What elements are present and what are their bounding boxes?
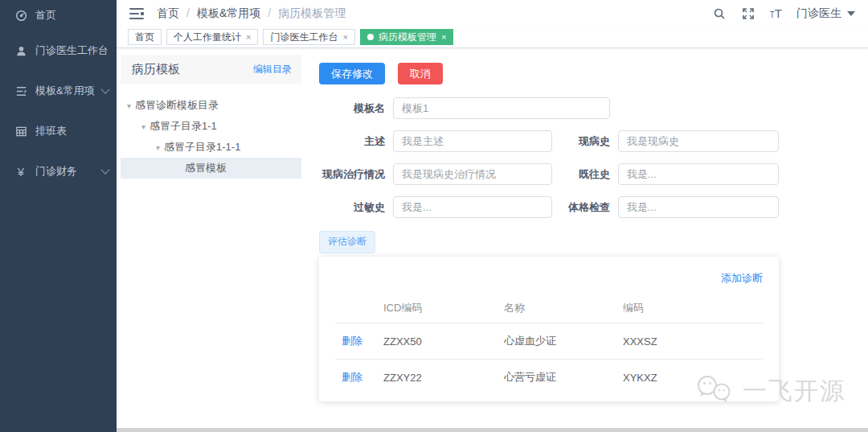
chevron-down-icon (100, 84, 109, 93)
sidebar-item-templates[interactable]: 模板&常用项 (0, 71, 117, 111)
action-buttons: 保存修改 取消 (319, 63, 868, 84)
form-row: 主述 现病史 (319, 130, 779, 152)
form-row: 过敏史 体格检查 (319, 196, 779, 218)
allergy-history-input[interactable] (393, 196, 552, 218)
horizontal-scrollbar[interactable] (117, 428, 868, 432)
tab-home[interactable]: 首页 (128, 29, 162, 45)
col-name: 名称 (497, 294, 616, 323)
sidebar-item-home[interactable]: 首页 (0, 0, 117, 31)
tree-node-sub1[interactable]: 感冒子目录1-1 (121, 116, 301, 137)
finance-icon: ¥ (14, 165, 27, 178)
tab-doctor-workbench[interactable]: 门诊医生工作台× (263, 29, 354, 45)
present-illness-input[interactable] (618, 130, 779, 152)
diagnosis-card: 添加诊断 ICD编码 名称 编码 删除 (319, 257, 779, 401)
sidebar-collapse-icon[interactable] (129, 8, 144, 19)
template-icon (14, 84, 27, 97)
tab-personal-workload[interactable]: 个人工作量统计× (166, 29, 258, 45)
search-icon[interactable] (712, 6, 727, 21)
close-icon[interactable]: × (441, 33, 446, 42)
table-header-row: ICD编码 名称 编码 (335, 294, 763, 323)
main-area: 首页 模板&常用项 病历模板管理 TT 门诊医生 首页 个人 (117, 0, 868, 432)
doctor-workbench-icon (14, 44, 27, 57)
caret-down-icon (127, 101, 131, 110)
sidebar-item-label: 排班表 (35, 124, 67, 138)
sidebar-item-doctor-workbench[interactable]: 门诊医生工作台 (0, 31, 117, 71)
breadcrumb-templates[interactable]: 模板&常用项 (179, 6, 260, 21)
template-tree: 感冒诊断模板目录 感冒子目录1-1 感冒子目录1-1-1 感冒模板 (121, 95, 301, 179)
add-diagnosis-link[interactable]: 添加诊断 (721, 272, 763, 284)
template-form: 模板名 主述 现病史 现病治疗情况 既往史 (319, 97, 779, 218)
breadcrumb-home[interactable]: 首页 (157, 6, 179, 21)
treatment-status-input[interactable] (393, 163, 552, 185)
sidebar: 首页 门诊医生工作台 模板&常用项 排班表 ¥ 门诊财务 (0, 0, 117, 432)
code-cell: XXXSZ (616, 323, 763, 360)
active-dot-icon (367, 34, 374, 40)
past-history-label: 既往史 (560, 167, 610, 182)
diagnosis-table: ICD编码 名称 编码 删除 ZZXX50 心虚血少证 XXXSZ (335, 294, 763, 395)
tree-node-template-selected[interactable]: 感冒模板 (121, 158, 301, 179)
sidebar-item-label: 首页 (35, 8, 56, 23)
caret-down-icon (156, 143, 160, 152)
top-bar: 首页 模板&常用项 病历模板管理 TT 门诊医生 (117, 0, 868, 27)
user-name: 门诊医生 (796, 6, 841, 21)
template-editor: 保存修改 取消 模板名 主述 现病史 现病治疗情况 (301, 48, 868, 432)
sidebar-item-finance[interactable]: ¥ 门诊财务 (0, 151, 117, 191)
schedule-icon (14, 125, 27, 138)
table-row: 删除 ZZXX50 心虚血少证 XXXSZ (335, 323, 763, 360)
tree-panel-header: 病历模板 编辑目录 (121, 55, 301, 84)
form-row: 现病治疗情况 既往史 (319, 163, 779, 185)
cancel-button[interactable]: 取消 (398, 63, 443, 84)
close-icon[interactable]: × (246, 33, 251, 42)
save-button[interactable]: 保存修改 (319, 63, 385, 84)
treatment-status-label: 现病治疗情况 (319, 167, 385, 182)
panel-title: 病历模板 (132, 62, 180, 77)
tab-template-management-active[interactable]: 病历模板管理× (360, 29, 453, 45)
icd-code-cell: ZZXX50 (377, 323, 497, 360)
tree-node-sub2[interactable]: 感冒子目录1-1-1 (121, 137, 301, 158)
table-row: 删除 ZZXY22 心营亏虚证 XYKXZ (335, 360, 763, 396)
template-name-label: 模板名 (319, 101, 385, 116)
breadcrumb-current: 病历模板管理 (260, 6, 346, 21)
template-tree-panel: 病历模板 编辑目录 感冒诊断模板目录 感冒子目录1-1 感冒子目录1-1-1 感… (121, 55, 301, 432)
content: 病历模板 编辑目录 感冒诊断模板目录 感冒子目录1-1 感冒子目录1-1-1 感… (117, 48, 868, 432)
edit-directory-link[interactable]: 编辑目录 (253, 63, 292, 76)
chief-complaint-input[interactable] (393, 130, 552, 152)
sidebar-item-schedule[interactable]: 排班表 (0, 111, 117, 151)
chief-complaint-label: 主述 (319, 134, 385, 149)
close-icon[interactable]: × (342, 33, 347, 42)
sidebar-item-label: 模板&常用项 (35, 84, 95, 98)
form-row: 模板名 (319, 97, 779, 119)
allergy-history-label: 过敏史 (319, 200, 385, 215)
col-icd-code: ICD编码 (377, 294, 497, 323)
dashboard-icon (14, 9, 27, 22)
physical-exam-input[interactable] (618, 196, 779, 218)
user-dropdown[interactable]: 门诊医生 (796, 6, 855, 21)
sidebar-item-label: 门诊医生工作台 (35, 43, 108, 58)
fullscreen-icon[interactable] (741, 6, 755, 21)
app-window: 首页 门诊医生工作台 模板&常用项 排班表 ¥ 门诊财务 (0, 0, 868, 432)
caret-down-icon (847, 11, 855, 16)
tree-node-root[interactable]: 感冒诊断模板目录 (121, 95, 301, 116)
delete-row-link[interactable]: 删除 (342, 371, 362, 383)
col-code: 编码 (616, 294, 763, 323)
topbar-actions: TT 门诊医生 (712, 6, 855, 21)
icd-code-cell: ZZXY22 (377, 360, 497, 396)
caret-down-icon (141, 122, 145, 131)
physical-exam-label: 体格检查 (560, 200, 610, 215)
sidebar-item-label: 门诊财务 (35, 164, 77, 179)
past-history-input[interactable] (618, 163, 779, 185)
tags-view-bar: 首页 个人工作量统计× 门诊医生工作台× 病历模板管理× (117, 27, 868, 48)
present-illness-label: 现病史 (560, 134, 610, 149)
tab-evaluation-diagnosis[interactable]: 评估诊断 (319, 231, 375, 253)
name-cell: 心虚血少证 (497, 323, 616, 360)
name-cell: 心营亏虚证 (497, 360, 616, 396)
delete-row-link[interactable]: 删除 (342, 335, 362, 347)
code-cell: XYKXZ (616, 360, 763, 396)
font-size-icon[interactable]: TT (770, 6, 782, 20)
breadcrumb: 首页 模板&常用项 病历模板管理 (157, 6, 346, 21)
chevron-down-icon (100, 165, 109, 174)
template-name-input[interactable] (393, 97, 610, 119)
